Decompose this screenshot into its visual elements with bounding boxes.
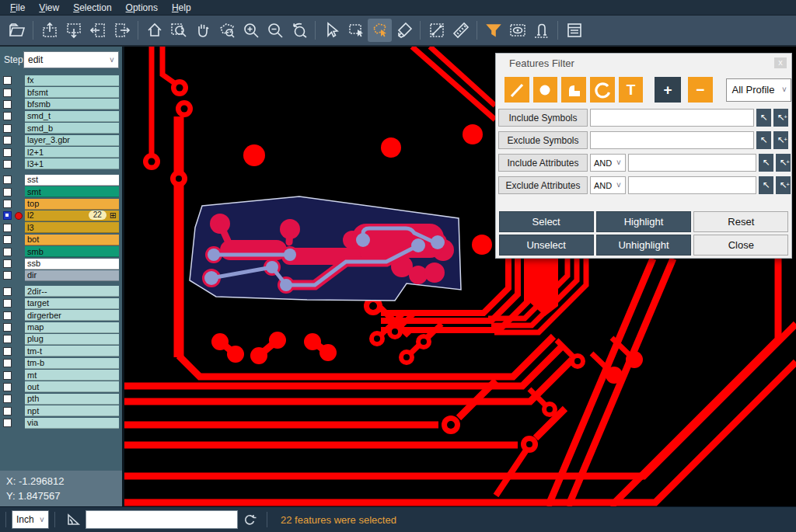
layer-row[interactable]: tm-t <box>0 346 122 357</box>
pan-up-icon[interactable] <box>37 19 61 42</box>
layer-row[interactable]: dirgerber <box>0 309 122 321</box>
layer-name[interactable]: target <box>25 298 119 309</box>
zoom-polygon-icon[interactable] <box>215 19 239 42</box>
layer-checkbox[interactable] <box>3 335 12 343</box>
layer-checkbox[interactable] <box>3 136 12 144</box>
layer-row[interactable]: smd_b <box>0 123 122 134</box>
layer-name[interactable]: mt <box>25 370 119 381</box>
layer-name[interactable]: layer_3.gbr <box>25 135 119 146</box>
measure-line-icon[interactable] <box>424 19 449 42</box>
layer-row[interactable]: ssb <box>0 258 122 269</box>
layer-checkbox[interactable] <box>3 188 12 196</box>
dialog-close-icon[interactable]: x <box>774 57 787 68</box>
layer-row[interactable]: smd_t <box>0 110 122 122</box>
menu-file[interactable]: File <box>3 0 32 16</box>
angle-mode-icon[interactable] <box>65 512 81 527</box>
menu-help[interactable]: Help <box>165 0 198 16</box>
zoom-previous-icon[interactable] <box>287 19 311 42</box>
text-feature-icon[interactable]: T <box>619 77 644 103</box>
exclude-symbols-button[interactable]: Exclude Symbols <box>498 131 588 149</box>
repaint-brush-icon[interactable] <box>392 19 416 42</box>
zoom-home-icon[interactable] <box>142 19 166 42</box>
exclude-symbols-input[interactable] <box>590 131 754 149</box>
menu-view[interactable]: View <box>32 0 66 16</box>
select-arrow-icon[interactable] <box>319 19 344 42</box>
include-attributes-operator-select[interactable]: AND ˅ <box>590 154 626 172</box>
layer-checkbox[interactable] <box>3 383 12 391</box>
menu-selection[interactable]: Selection <box>66 0 118 16</box>
layer-row[interactable]: mt <box>0 369 122 381</box>
zoom-out-icon[interactable] <box>263 19 287 42</box>
open-file-icon[interactable] <box>5 19 29 42</box>
layer-checkbox[interactable] <box>3 148 12 157</box>
layers-panel-icon[interactable] <box>562 19 586 42</box>
exclude-attributes-input[interactable] <box>628 176 756 194</box>
layer-row[interactable]: map <box>0 322 122 333</box>
include-attributes-input[interactable] <box>628 154 756 172</box>
layer-checkbox[interactable] <box>3 347 12 356</box>
layer-checkbox[interactable] <box>3 112 12 120</box>
layer-name[interactable]: l2 22 ⊞ <box>25 210 119 221</box>
layer-name[interactable]: smd_t <box>25 111 119 122</box>
layer-name[interactable]: fx <box>25 75 119 86</box>
layer-name[interactable]: top <box>25 199 119 210</box>
pick-symbol-icon[interactable]: ↖ <box>756 131 771 149</box>
layer-checkbox[interactable] <box>3 359 12 367</box>
layer-checkbox[interactable] <box>3 76 12 85</box>
layer-name[interactable]: out <box>25 381 119 392</box>
layer-name[interactable]: dir <box>25 270 119 281</box>
layer-checkbox[interactable] <box>3 287 12 296</box>
select-polygon-icon[interactable] <box>368 19 392 42</box>
layer-checkbox[interactable] <box>3 200 12 208</box>
surface-feature-icon[interactable] <box>561 77 586 103</box>
measure-ruler-icon[interactable] <box>449 19 473 42</box>
layer-row[interactable]: smt <box>0 186 122 198</box>
layer-checkbox[interactable] <box>3 176 12 184</box>
pick-add-attribute-icon[interactable]: ↖+ <box>776 176 791 194</box>
unselect-button[interactable]: Unselect <box>499 235 594 256</box>
layer-name[interactable]: tm-t <box>25 346 119 356</box>
layer-name[interactable]: via <box>25 418 119 429</box>
layer-name[interactable]: bfsmb <box>25 99 119 110</box>
highlight-button[interactable]: Highlight <box>596 211 691 232</box>
layer-row[interactable]: bfsmt <box>0 86 122 98</box>
layer-row[interactable]: layer_3.gbr <box>0 134 122 146</box>
view-options-icon[interactable] <box>505 19 529 42</box>
layer-checkbox[interactable] <box>3 395 12 403</box>
unit-select[interactable]: Inch ˅ <box>12 510 49 529</box>
layer-name[interactable]: sst <box>25 175 119 186</box>
layer-row[interactable]: plug <box>0 333 122 345</box>
layer-row[interactable]: 2dir-- <box>0 286 122 297</box>
pick-add-symbol-icon[interactable]: ↖+ <box>773 109 788 127</box>
layer-checkbox[interactable] <box>3 311 12 320</box>
close-button[interactable]: Close <box>693 235 788 256</box>
layer-row[interactable]: top <box>0 198 122 210</box>
layer-row[interactable]: smb <box>0 245 122 257</box>
layer-name[interactable]: npt <box>25 405 119 416</box>
layer-name[interactable]: l3+1 <box>25 158 119 169</box>
layer-checkbox[interactable] <box>3 235 12 244</box>
layer-row[interactable]: pth <box>0 393 122 405</box>
layer-name[interactable]: tm-b <box>25 358 119 369</box>
layer-checkbox[interactable] <box>3 160 12 169</box>
pick-attribute-icon[interactable]: ↖ <box>759 154 773 172</box>
layer-row[interactable]: l3 <box>0 222 122 234</box>
layer-name[interactable]: ssb <box>25 259 119 269</box>
layer-checkbox[interactable] <box>3 259 12 268</box>
layer-row[interactable]: bot <box>0 234 122 245</box>
layer-name[interactable]: map <box>25 322 119 333</box>
pan-left-icon[interactable] <box>86 19 110 42</box>
layer-row[interactable]: npt <box>0 405 122 417</box>
layer-checkbox[interactable] <box>3 124 12 133</box>
exclude-attributes-button[interactable]: Exclude Attributes <box>498 176 588 194</box>
pick-add-attribute-icon[interactable]: ↖+ <box>776 154 791 172</box>
layer-checkbox[interactable] <box>3 299 12 308</box>
layer-row[interactable]: l2+1 <box>0 146 122 158</box>
layer-checkbox[interactable] <box>3 89 12 97</box>
layer-row[interactable]: tm-b <box>0 357 122 369</box>
layer-row[interactable]: out <box>0 381 122 393</box>
pan-hand-icon[interactable] <box>190 19 215 42</box>
layer-checkbox[interactable] <box>3 271 12 280</box>
pad-feature-icon[interactable] <box>533 77 558 103</box>
layer-checkbox[interactable] <box>3 419 12 427</box>
